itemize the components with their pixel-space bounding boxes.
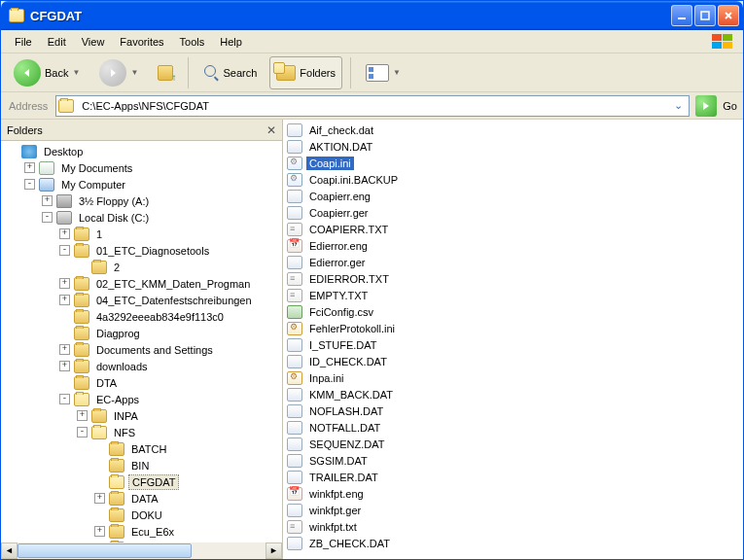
tree-item[interactable]: DTA: [3, 374, 280, 391]
svg-rect-2: [712, 34, 722, 41]
menu-tools[interactable]: Tools: [172, 33, 213, 51]
tree-item[interactable]: +1: [3, 226, 280, 242]
file-item[interactable]: FehlerProtokoll.ini: [287, 320, 739, 336]
tree-item[interactable]: +DATA: [3, 490, 280, 507]
file-item[interactable]: Aif_check.dat: [287, 122, 739, 138]
tree-item[interactable]: +3½ Floppy (A:): [3, 192, 280, 209]
expand-icon[interactable]: +: [42, 195, 53, 206]
file-item[interactable]: I_STUFE.DAT: [287, 336, 739, 353]
file-item[interactable]: ID_CHECK.DAT: [287, 353, 739, 369]
file-item[interactable]: SGSIM.DAT: [287, 452, 739, 469]
menu-file[interactable]: File: [7, 33, 40, 51]
svg-rect-3: [723, 34, 732, 41]
folder-open-icon: [91, 426, 107, 439]
expand-icon[interactable]: +: [59, 295, 70, 305]
file-item[interactable]: TRAILER.DAT: [287, 469, 739, 485]
expand-icon[interactable]: +: [94, 493, 105, 504]
expand-icon[interactable]: +: [59, 361, 70, 371]
maximize-button[interactable]: [694, 5, 716, 26]
tree-item[interactable]: BATCH: [3, 440, 280, 457]
tree-item[interactable]: -My Computer: [3, 176, 280, 192]
tree-item[interactable]: CFGDAT: [3, 473, 280, 490]
tree-item[interactable]: +downloads: [3, 358, 280, 374]
collapse-icon[interactable]: -: [59, 245, 70, 256]
tree-item[interactable]: -EC-Apps: [3, 391, 280, 407]
expand-icon[interactable]: +: [59, 278, 70, 289]
scroll-right-button[interactable]: ►: [266, 542, 282, 559]
tree-item[interactable]: +02_ETC_KMM_Daten_Progman: [3, 275, 280, 292]
file-item[interactable]: SEQUENZ.DAT: [287, 436, 739, 452]
tree-item[interactable]: Diagprog: [3, 325, 280, 341]
menu-favorites[interactable]: Favorites: [112, 33, 171, 51]
views-button[interactable]: ▼: [359, 56, 407, 89]
scroll-left-button[interactable]: ◄: [1, 542, 18, 559]
tree-item[interactable]: Desktop: [3, 143, 280, 159]
file-name: AKTION.DAT: [306, 140, 375, 154]
folder-icon: [91, 261, 107, 274]
forward-button[interactable]: ▼: [92, 56, 145, 89]
file-item[interactable]: EDIERROR.TXT: [287, 270, 739, 287]
file-list[interactable]: Aif_check.datAKTION.DATCoapi.iniCoapi.in…: [283, 120, 743, 559]
tree-item[interactable]: +INPA: [3, 407, 280, 424]
tree-item[interactable]: DOKU: [3, 507, 280, 523]
collapse-icon[interactable]: -: [59, 394, 70, 404]
tree-item[interactable]: -NFS: [3, 424, 280, 440]
address-combobox[interactable]: C:\EC-Apps\NFS\CFGDAT ⌄: [55, 95, 690, 117]
file-item[interactable]: Coapi.ini.BACKUP: [287, 171, 739, 188]
expand-icon[interactable]: +: [59, 344, 70, 355]
file-item[interactable]: NOTFALL.DAT: [287, 419, 739, 436]
expand-icon[interactable]: +: [77, 410, 88, 421]
file-item[interactable]: Inpa.ini: [287, 369, 739, 386]
search-button[interactable]: Search: [196, 56, 264, 89]
file-item[interactable]: AKTION.DAT: [287, 138, 739, 155]
collapse-icon[interactable]: -: [24, 179, 35, 190]
scroll-thumb[interactable]: [18, 543, 192, 558]
file-item[interactable]: ZB_CHECK.DAT: [287, 535, 739, 551]
file-item[interactable]: EMPTY.TXT: [287, 287, 739, 303]
folders-button[interactable]: Folders: [269, 56, 342, 89]
file-item[interactable]: Edierror.ger: [287, 254, 739, 270]
tree-item[interactable]: +04_ETC_Datenfestschreibungen: [3, 292, 280, 308]
tree-item[interactable]: 2: [3, 259, 280, 275]
file-item[interactable]: Coapierr.ger: [287, 204, 739, 221]
go-button[interactable]: [695, 95, 717, 117]
file-item[interactable]: FciConfig.csv: [287, 303, 739, 320]
windows-flag-icon[interactable]: [708, 32, 739, 52]
collapse-icon[interactable]: -: [77, 427, 88, 438]
expand-icon[interactable]: +: [59, 228, 70, 239]
tree-item[interactable]: +Ecu_E6x: [3, 523, 280, 540]
menubar: File Edit View Favorites Tools Help: [1, 30, 743, 53]
file-item[interactable]: winkfpt.eng: [287, 485, 739, 502]
chevron-down-icon[interactable]: ⌄: [669, 99, 687, 112]
expand-icon[interactable]: +: [24, 162, 35, 173]
folder-tree[interactable]: Desktop+My Documents-My Computer+3½ Flop…: [1, 141, 282, 542]
folders-pane-close-icon[interactable]: ✕: [266, 123, 276, 137]
folder-icon: [74, 376, 89, 390]
tree-item[interactable]: BIN: [3, 457, 280, 473]
file-item[interactable]: winkfpt.txt: [287, 518, 739, 535]
scroll-track[interactable]: [18, 542, 266, 559]
tree-item[interactable]: +My Documents: [3, 159, 280, 176]
up-button[interactable]: [151, 56, 180, 89]
titlebar[interactable]: CFGDAT: [1, 1, 743, 30]
file-item[interactable]: winkfpt.ger: [287, 502, 739, 518]
tree-item[interactable]: -Local Disk (C:): [3, 209, 280, 226]
collapse-icon[interactable]: -: [42, 212, 53, 223]
tree-item[interactable]: -01_ETC_Diagnosetools: [3, 242, 280, 259]
file-item[interactable]: Edierror.eng: [287, 237, 739, 254]
menu-help[interactable]: Help: [212, 33, 250, 51]
file-item[interactable]: NOFLASH.DAT: [287, 402, 739, 419]
file-item[interactable]: Coapi.ini: [287, 155, 739, 171]
file-item[interactable]: KMM_BACK.DAT: [287, 386, 739, 402]
minimize-button[interactable]: [671, 5, 692, 26]
tree-item[interactable]: +Documents and Settings: [3, 341, 280, 358]
expand-icon[interactable]: +: [94, 526, 105, 537]
menu-edit[interactable]: Edit: [40, 33, 74, 51]
tree-hscrollbar[interactable]: ◄ ►: [1, 542, 282, 559]
menu-view[interactable]: View: [74, 33, 113, 51]
tree-item[interactable]: 4a3292eeeab834e9f113c0: [3, 308, 280, 325]
file-item[interactable]: COAPIERR.TXT: [287, 221, 739, 237]
file-item[interactable]: Coapierr.eng: [287, 188, 739, 204]
close-button[interactable]: [718, 5, 739, 26]
back-button[interactable]: Back ▼: [7, 56, 87, 89]
